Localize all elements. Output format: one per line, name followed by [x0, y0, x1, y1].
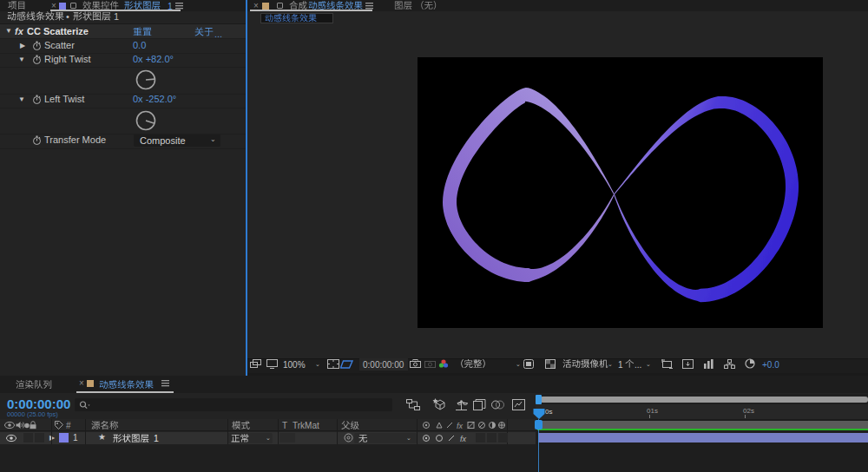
- svg-text:fx: fx: [457, 422, 464, 430]
- svg-text:fx: fx: [460, 435, 467, 443]
